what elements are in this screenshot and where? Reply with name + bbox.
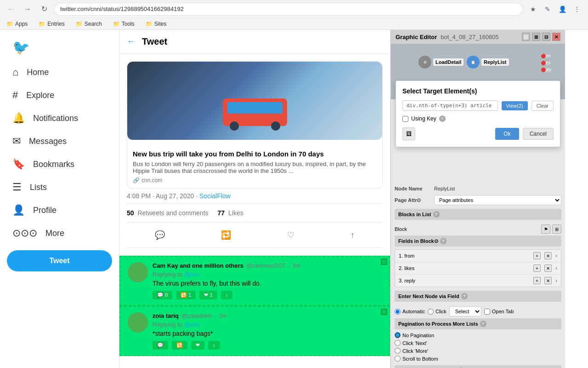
no-pagination-radio[interactable] [395,332,401,338]
field-add-btn-2[interactable]: + [533,264,541,272]
block-action-btn-2[interactable]: ⊞ [552,224,561,234]
like-action-button[interactable]: ♡ [283,226,298,244]
sidebar-item-more[interactable]: ⊙⊙⊙ More [7,223,112,244]
pagination-no-pagination[interactable]: No Pagination [395,332,561,338]
bookmark-search[interactable]: 📁 Search [74,20,104,28]
reply-to-link[interactable]: @cnn [184,271,200,278]
automatic-radio-label[interactable]: Automatic [395,309,425,315]
tweet-link-preview[interactable]: New bus trip will take you from Delhi to… [127,61,383,189]
enter-next-info-icon[interactable]: ? [461,293,468,299]
reply-action-comment[interactable]: 💬 [153,341,168,350]
block-action-btn-1[interactable]: ⚑ [541,224,550,234]
account-button[interactable]: 👤 [556,3,569,16]
reply-action-like[interactable]: ❤ 1 [199,291,217,299]
cancel-button[interactable]: Cancel [523,128,554,140]
click-radio-label[interactable]: Click [428,309,447,315]
using-key-info-icon[interactable]: ? [439,115,446,122]
tweet-button[interactable]: Tweet [7,250,112,271]
modal-icon-1[interactable]: 🖼 [402,127,415,140]
select-dropdown[interactable]: Select [449,306,481,316]
sidebar-item-messages[interactable]: ✉ Messages [7,131,112,152]
open-tab-label[interactable]: Open Tab [484,309,514,315]
pagination-scroll-bottom[interactable]: Scroll to Bottom [395,356,561,362]
bookmark-star-button[interactable]: ★ [526,3,539,16]
clear-button[interactable]: Clear [531,101,554,111]
reply-avatar [128,312,148,333]
pagination-info-icon[interactable]: ? [480,321,486,327]
ge-node-replylist[interactable]: 📋 ReplyList [467,56,509,69]
scroll-bottom-radio[interactable] [395,356,401,362]
extensions-button[interactable]: ✎ [541,3,554,16]
field-arrow-3[interactable]: › [555,277,557,284]
sidebar-item-explore[interactable]: # Explore [7,85,112,106]
selector-input[interactable] [402,100,498,111]
blocks-info-icon[interactable]: ? [433,211,440,218]
bookmark-sites[interactable]: 📁 Sites [144,20,169,28]
likes-count: 77 Likes [218,209,243,217]
twitter-logo[interactable]: 🐦 [7,34,112,60]
view-button[interactable]: View(2) [502,101,528,110]
automatic-radio[interactable] [395,309,401,315]
ge-node-loaddetail[interactable]: ⚙ LoadDetail [418,56,464,69]
click-radio[interactable] [428,309,434,315]
ok-button[interactable]: Ok [495,128,519,140]
reply-action-retweet[interactable]: 🔁 [172,341,187,350]
ge-title-left: Graphic Editor bot_4_08_27_160605 [396,34,499,40]
forward-button[interactable]: → [21,3,34,16]
bookmark-entries[interactable]: 📁 Entries [37,20,66,28]
ge-window-control-2[interactable]: ⊞ [532,33,540,41]
reply-action-comment[interactable]: 💬 0 [153,291,172,299]
sidebar-item-lists[interactable]: ☰ Lists [7,177,112,198]
ge-node-replylist-icon: 📋 [467,56,480,69]
reply-action-share[interactable]: ↑ [208,341,220,350]
field-item-from: 1. from + ✕ › [395,250,561,262]
pagination-click-more[interactable]: Click 'More' [395,348,561,354]
pagination-click-next[interactable]: Click 'Next' [395,340,561,346]
bookmark-tools[interactable]: 📁 Tools [111,20,136,28]
no-pagination-label: No Pagination [402,333,434,338]
ge-node-loaddetail-icon: ⚙ [418,56,431,69]
field-remove-btn-3[interactable]: ✕ [544,277,552,284]
reply-to: Replying to @cnn [153,321,382,328]
using-key-checkbox[interactable] [402,116,408,122]
click-next-radio[interactable] [395,340,401,346]
tweet-stats: 50 Retweets and comments 77 Likes [127,203,383,223]
ge-close-button[interactable]: ✕ [552,33,560,41]
back-arrow-button[interactable]: ← [127,37,135,46]
resize-handle[interactable] [381,309,387,315]
reply-to-link[interactable]: @cnn [184,321,200,328]
ge-window-control-3[interactable]: ⊟ [542,33,550,41]
tweet-headline: New bus trip will take you from Delhi to… [133,150,377,158]
retweet-action-button[interactable]: 🔁 [217,226,235,244]
sidebar-item-notifications[interactable]: 🔔 Notifications [7,108,112,129]
sidebar-messages-label: Messages [29,137,67,146]
field-arrow-2[interactable]: › [555,265,557,271]
reply-action-like[interactable]: ❤ [191,341,204,350]
ge-window-control-1[interactable]: ⬜ [522,33,530,41]
reply-action-retweet[interactable]: 🔁 1 [176,291,196,299]
bookmark-apps[interactable]: 📁 Apps [5,20,29,28]
menu-button[interactable]: ⋮ [571,3,583,16]
reload-button[interactable]: ↻ [38,3,51,16]
click-more-radio[interactable] [395,348,401,354]
field-remove-btn-2[interactable]: ✕ [544,264,552,272]
reply-action-button[interactable]: 💬 [151,226,169,244]
field-remove-btn-1[interactable]: ✕ [544,252,552,259]
address-bar[interactable] [54,3,523,16]
back-button[interactable]: ← [5,3,17,16]
share-action-button[interactable]: ↑ [347,226,358,244]
field-add-btn-3[interactable]: + [533,277,541,284]
fields-info-icon[interactable]: ? [440,238,447,244]
open-tab-checkbox[interactable] [484,309,490,315]
sidebar-item-profile[interactable]: 👤 Profile [7,200,112,221]
resize-handle[interactable] [381,259,387,265]
tweet-source-link[interactable]: SocialFlow [199,192,231,200]
ge-body: Node Name ReplyList Page Attr⊙ Page attr… [391,182,565,368]
modal-title: Select Target Element(s) [402,87,554,95]
sidebar-item-home[interactable]: ⌂ Home [7,62,112,83]
reply-action-share[interactable]: ↑ [221,291,233,299]
field-add-btn-1[interactable]: + [533,252,541,259]
field-arrow-1[interactable]: › [555,253,557,259]
sidebar-item-bookmarks[interactable]: 🔖 Bookmarks [7,154,112,175]
page-attr-select[interactable]: Page attributes [434,195,561,205]
